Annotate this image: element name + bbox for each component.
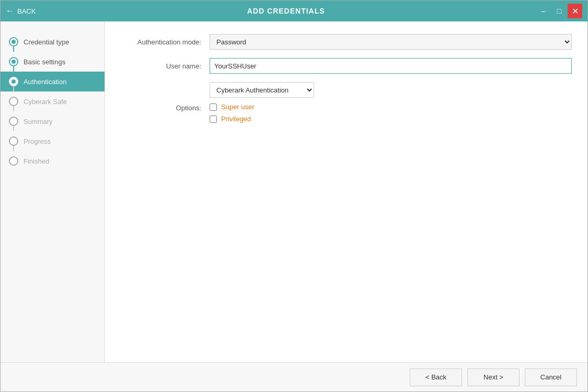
username-row: User name: [121,58,572,74]
options-label: Options: [121,103,210,112]
sidebar-item-basic-settings[interactable]: Basic settings [1,52,105,72]
step-circle-progress [9,136,18,146]
back-button[interactable]: ← BACK [6,6,36,16]
next-footer-button[interactable]: Next > [467,368,520,386]
sidebar-item-finished[interactable]: Finished [1,151,105,171]
sidebar-item-authentication[interactable]: Authentication [1,72,105,91]
username-label: User name: [121,62,210,70]
back-footer-button[interactable]: < Back [410,368,462,386]
super-user-checkbox[interactable] [210,103,217,111]
sidebar-item-progress[interactable]: Progress [1,131,105,151]
close-button[interactable]: ✕ [568,4,582,18]
sidebar-label-summary: Summary [24,118,53,125]
step-circle-cyberark-safe [9,97,18,106]
username-control [210,58,572,74]
minimize-button[interactable]: – [536,4,551,18]
privileged-checkbox[interactable] [210,116,217,123]
sidebar-item-summary[interactable]: Summary [1,111,105,131]
form-area: Authentication mode: Password Key Certif… [105,21,587,362]
auth-mode-select[interactable]: Password Key Certificate [210,34,572,50]
back-label: BACK [17,7,36,15]
step-circle-finished [9,156,18,166]
privileged-row[interactable]: Privileged [210,115,255,123]
cyberark-auth-select[interactable]: Cyberark Authentication Standard Authent… [210,82,314,98]
username-input[interactable] [210,58,572,74]
window-controls: – □ ✕ [536,4,582,18]
footer: < Back Next > Cancel [1,362,587,391]
sidebar-item-cyberark-safe[interactable]: Cyberark Safe [1,91,105,111]
sidebar-label-authentication: Authentication [24,78,66,86]
titlebar: ← BACK ADD CREDENTIALS – □ ✕ [1,1,587,21]
step-circle-basic-settings [9,57,18,66]
sidebar-item-credential-type[interactable]: Credential type [1,32,105,52]
main-content: Credential type Basic settings Authentic… [1,21,587,362]
auth-mode-control: Password Key Certificate [210,34,572,50]
sidebar-label-credential-type: Credential type [24,38,69,46]
cyberark-select-row: Cyberark Authentication Standard Authent… [210,82,572,98]
sidebar: Credential type Basic settings Authentic… [1,21,105,362]
main-window: ← BACK ADD CREDENTIALS – □ ✕ Credential … [0,0,588,392]
sidebar-label-progress: Progress [24,137,51,145]
step-circle-summary [9,117,18,126]
super-user-row[interactable]: Super user [210,103,255,111]
sidebar-label-cyberark-safe: Cyberark Safe [24,98,67,106]
super-user-label: Super user [221,103,255,111]
sidebar-label-basic-settings: Basic settings [24,58,65,66]
auth-mode-label: Authentication mode: [121,38,210,46]
sidebar-label-finished: Finished [24,157,49,165]
options-checkboxes: Super user Privileged [210,103,255,123]
back-arrow-icon: ← [6,6,14,16]
privileged-label: Privileged [221,115,251,123]
cancel-footer-button[interactable]: Cancel [525,368,577,386]
window-title: ADD CREDENTIALS [36,7,536,15]
options-row: Options: Super user Privileged [121,103,572,123]
auth-mode-row: Authentication mode: Password Key Certif… [121,34,572,50]
step-circle-authentication [9,77,18,86]
step-circle-credential-type [9,37,18,47]
restore-button[interactable]: □ [552,4,567,18]
